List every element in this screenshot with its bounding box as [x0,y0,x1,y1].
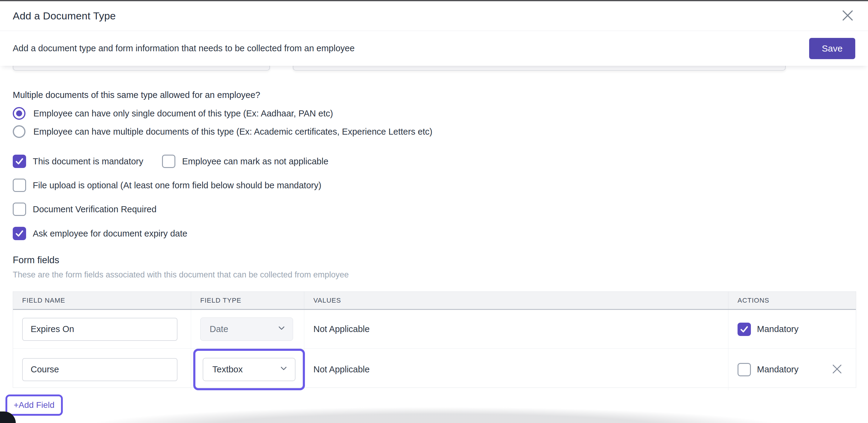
values-text: Not Applicable [313,364,370,375]
close-button[interactable] [841,9,855,23]
checkbox-unchecked-icon[interactable] [13,202,26,216]
checkbox-document-mandatory[interactable]: This document is mandatory [13,155,143,168]
highlight-annotation-field-type: Textbox [193,349,305,390]
truncated-input-document-name[interactable] [13,66,270,71]
delete-row-icon [832,364,842,376]
checkbox-unchecked-icon[interactable] [162,155,175,168]
modal-subheader: Add a document type and form information… [0,31,868,66]
column-header-field-type: FIELD TYPE [191,292,304,309]
page-title: Add a Document Type [13,10,116,22]
radio-option-label: Employee can have only single document o… [33,108,333,119]
field-type-select[interactable]: Date [200,318,293,341]
form-fields-heading: Form fields [13,254,855,266]
add-field-button[interactable]: +Add Field [7,396,61,414]
radio-selected-icon[interactable] [13,107,26,120]
table-row: Textbox Not Applicable Mandatory [13,349,856,388]
checkbox-label: This document is mandatory [33,157,143,166]
table-header-row: FIELD NAME FIELD TYPE VALUES ACTIONS [13,292,856,310]
mandatory-checkbox-unchecked[interactable] [738,363,751,376]
field-type-select[interactable]: Textbox [203,358,296,381]
values-text: Not Applicable [313,324,370,334]
column-header-values: VALUES [304,292,728,309]
field-name-input[interactable] [22,318,178,341]
form-fields-hint: These are the form fields associated wit… [13,270,855,280]
chevron-down-icon [279,364,288,375]
radio-option-single-document[interactable]: Employee can have only single document o… [13,107,855,120]
mandatory-label: Mandatory [757,364,799,375]
radio-unselected-icon[interactable] [13,125,26,138]
modal-titlebar: Add a Document Type [0,1,868,31]
field-name-input[interactable] [22,358,178,381]
checkbox-label: Document Verification Required [33,204,157,215]
close-icon [842,10,854,22]
column-header-actions: ACTIONS [728,292,856,309]
mandatory-label: Mandatory [757,324,799,334]
checkbox-file-upload-optional[interactable]: File upload is optional (At least one fo… [13,178,321,192]
form-fields-table: FIELD NAME FIELD TYPE VALUES ACTIONS Dat… [13,291,856,388]
field-type-selected-value: Date [210,324,228,334]
radio-option-label: Employee can have multiple documents of … [33,127,432,137]
modal-description: Add a document type and form information… [13,43,355,53]
radio-option-multiple-documents[interactable]: Employee can have multiple documents of … [13,125,855,138]
field-type-selected-value: Textbox [212,364,243,375]
checkbox-mark-not-applicable[interactable]: Employee can mark as not applicable [162,155,328,168]
chevron-down-icon [277,324,286,335]
truncated-input-document-description[interactable] [293,66,786,71]
multiple-docs-question: Multiple documents of this same type all… [13,90,855,100]
modal-body: Multiple documents of this same type all… [0,90,868,416]
checkbox-unchecked-icon[interactable] [13,178,26,192]
checkbox-ask-expiry-date[interactable]: Ask employee for document expiry date [13,227,187,240]
checkbox-label: Ask employee for document expiry date [33,229,187,239]
table-row: Date Not Applicable Mandatory [13,310,856,349]
mandatory-checkbox-checked[interactable] [738,323,751,336]
save-button[interactable]: Save [809,38,855,59]
checkbox-checked-icon[interactable] [13,227,26,240]
checkbox-checked-icon[interactable] [13,155,26,168]
column-header-field-name: FIELD NAME [13,292,191,309]
delete-row-button[interactable] [830,363,844,376]
checkbox-document-verification-required[interactable]: Document Verification Required [13,202,157,216]
highlight-annotation-add-field: +Add Field [5,394,63,416]
checkbox-label: Employee can mark as not applicable [182,157,328,166]
checkbox-label: File upload is optional (At least one fo… [33,181,321,190]
